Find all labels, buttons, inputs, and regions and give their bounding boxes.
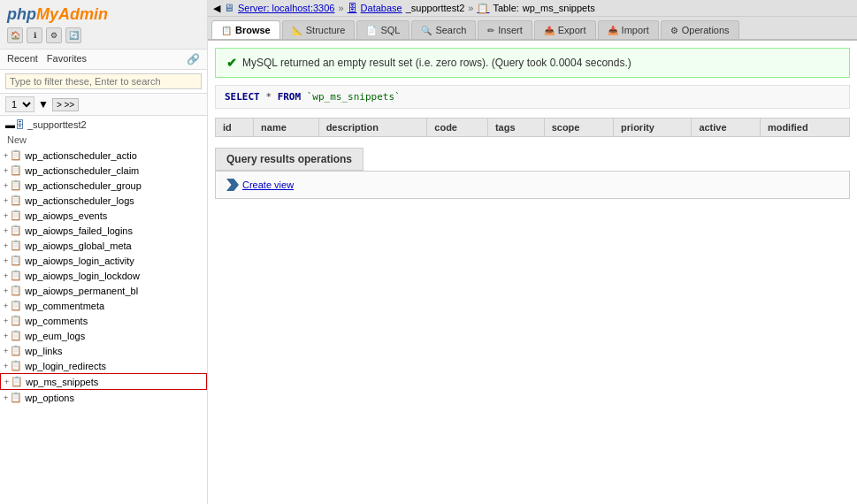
table-item-13[interactable]: + 📋 wp_links bbox=[0, 343, 207, 358]
query-results-operations: Query results operations Create view bbox=[215, 148, 850, 199]
server-link[interactable]: Server: localhost:3306 bbox=[238, 3, 334, 13]
tab-browse-label: Browse bbox=[235, 25, 271, 35]
table-item-9[interactable]: + 📋 wp_aiowps_permanent_bl bbox=[0, 283, 207, 298]
content-area: ◀ 🖥 Server: localhost:3306 » 🗄 Database … bbox=[208, 0, 857, 504]
sidebar-header: phpMyAdmin 🏠 ℹ ⚙ 🔄 bbox=[0, 0, 207, 50]
refresh-icon[interactable]: 🔄 bbox=[65, 27, 81, 43]
col-scope[interactable]: scope bbox=[544, 118, 613, 137]
tab-import[interactable]: 📥 Import bbox=[598, 20, 659, 39]
table-header-row: id name description code tags scope prio… bbox=[216, 118, 850, 137]
table-item-7[interactable]: + 📋 wp_aiowps_login_activity bbox=[0, 253, 207, 268]
tab-search[interactable]: 🔍 Search bbox=[411, 20, 476, 39]
table-item-6[interactable]: + 📋 wp_aiowps_global_meta bbox=[0, 238, 207, 253]
chain-icon: 🔗 bbox=[187, 53, 200, 65]
breadcrumb-bar: ◀ 🖥 Server: localhost:3306 » 🗄 Database … bbox=[208, 0, 857, 17]
import-tab-icon: 📥 bbox=[608, 26, 618, 35]
table-item-11[interactable]: + 📋 wp_comments bbox=[0, 313, 207, 328]
insert-tab-icon: ✏ bbox=[487, 26, 494, 35]
db-name-bc: _supporttest2 bbox=[406, 3, 465, 13]
sql-select-keyword: SELECT bbox=[225, 91, 260, 103]
phpmyadmin-logo: phpMyAdmin bbox=[7, 5, 108, 24]
database-link[interactable]: Database bbox=[361, 3, 402, 13]
page-nav-next[interactable]: > >> bbox=[52, 98, 79, 111]
content-body: ✔ MySQL returned an empty result set (i.… bbox=[208, 41, 857, 504]
page-select[interactable]: 1 bbox=[5, 96, 34, 112]
col-name[interactable]: name bbox=[254, 118, 319, 137]
success-icon: ✔ bbox=[226, 56, 237, 70]
tab-structure[interactable]: 📐 Structure bbox=[282, 20, 356, 39]
col-tags[interactable]: tags bbox=[487, 118, 544, 137]
favorites-link[interactable]: Favorites bbox=[47, 53, 87, 65]
create-view-label: Create view bbox=[242, 179, 294, 190]
query-ops-header: Query results operations bbox=[215, 148, 363, 171]
server-icon: 🖥 bbox=[224, 2, 234, 14]
create-view-link[interactable]: Create view bbox=[226, 179, 838, 191]
sidebar-icons: 🏠 ℹ ⚙ 🔄 bbox=[7, 27, 108, 43]
export-tab-icon: 📤 bbox=[544, 26, 555, 35]
filter-input[interactable] bbox=[5, 73, 202, 89]
db-expand-icon: ▬ bbox=[5, 119, 15, 130]
tab-bar: 📋 Browse 📐 Structure 📄 SQL 🔍 Search ✏ bbox=[208, 17, 857, 41]
table-item-12[interactable]: + 📋 wp_eum_logs bbox=[0, 328, 207, 343]
db-list: ▬ 🗄 _supporttest2 New + 📋 wp_actionsched… bbox=[0, 116, 207, 504]
tab-browse[interactable]: 📋 Browse bbox=[211, 20, 280, 39]
table-item-16[interactable]: + 📋 wp_options bbox=[0, 390, 207, 405]
table-item-1[interactable]: + 📋 wp_actionscheduler_claim bbox=[0, 163, 207, 178]
col-code[interactable]: code bbox=[427, 118, 488, 137]
table-icon: 📋 bbox=[477, 3, 489, 14]
bc-sep-2: » bbox=[468, 3, 473, 13]
database-icon: 🗄 bbox=[348, 3, 357, 13]
table-item-5[interactable]: + 📋 wp_aiowps_failed_logins bbox=[0, 223, 207, 238]
col-active[interactable]: active bbox=[692, 118, 761, 137]
sql-table-name: `wp_ms_snippets` bbox=[307, 91, 401, 103]
table-label-bc: Table: bbox=[493, 3, 518, 13]
tab-operations-label: Operations bbox=[682, 25, 730, 35]
query-ops-body: Create view bbox=[215, 171, 850, 199]
bc-sep-1: » bbox=[338, 3, 343, 13]
recent-link[interactable]: Recent bbox=[7, 53, 38, 65]
col-id[interactable]: id bbox=[216, 118, 254, 137]
tab-operations[interactable]: ⚙ Operations bbox=[661, 20, 739, 39]
tab-search-label: Search bbox=[435, 25, 466, 35]
search-tab-icon: 🔍 bbox=[421, 26, 432, 35]
operations-tab-icon: ⚙ bbox=[670, 26, 678, 35]
col-description[interactable]: description bbox=[318, 118, 427, 137]
table-item-4[interactable]: + 📋 wp_aiowps_events bbox=[0, 208, 207, 223]
home-icon[interactable]: 🏠 bbox=[7, 27, 23, 43]
tab-export-label: Export bbox=[558, 25, 586, 35]
table-name-bc: wp_ms_snippets bbox=[523, 3, 595, 13]
tab-sql-label: SQL bbox=[380, 25, 400, 35]
table-item-0[interactable]: + 📋 wp_actionscheduler_actio bbox=[0, 148, 207, 163]
table-item-14[interactable]: + 📋 wp_login_redirects bbox=[0, 358, 207, 373]
sql-tab-icon: 📄 bbox=[366, 26, 377, 35]
logo-php: php bbox=[7, 5, 36, 23]
table-item-3[interactable]: + 📋 wp_actionscheduler_logs bbox=[0, 193, 207, 208]
structure-tab-icon: 📐 bbox=[292, 26, 302, 35]
tab-insert[interactable]: ✏ Insert bbox=[478, 20, 532, 39]
table-item-10[interactable]: + 📋 wp_commentmeta bbox=[0, 298, 207, 313]
settings-icon[interactable]: ⚙ bbox=[46, 27, 62, 43]
tab-structure-label: Structure bbox=[306, 25, 346, 35]
tab-sql[interactable]: 📄 SQL bbox=[356, 20, 409, 39]
results-table: id name description code tags scope prio… bbox=[215, 118, 850, 137]
sql-display: SELECT * FROM `wp_ms_snippets` bbox=[215, 85, 850, 109]
info-icon[interactable]: ℹ bbox=[27, 27, 42, 43]
tab-export[interactable]: 📤 Export bbox=[534, 20, 596, 39]
tab-insert-label: Insert bbox=[498, 25, 523, 35]
table-item-8[interactable]: + 📋 wp_aiowps_login_lockdow bbox=[0, 268, 207, 283]
app-container: phpMyAdmin 🏠 ℹ ⚙ 🔄 Recent Favorites 🔗 bbox=[0, 0, 857, 504]
col-priority[interactable]: priority bbox=[614, 118, 692, 137]
filter-box bbox=[0, 70, 207, 94]
success-text: MySQL returned an empty result set (i.e.… bbox=[242, 57, 631, 69]
db-section-supporttest2[interactable]: ▬ 🗄 _supporttest2 bbox=[0, 118, 207, 132]
sql-star: * bbox=[265, 91, 277, 103]
db-folder-icon: 🗄 bbox=[15, 119, 25, 130]
browse-tab-icon: 📋 bbox=[221, 26, 232, 35]
db-name-label: _supporttest2 bbox=[27, 119, 87, 130]
tab-import-label: Import bbox=[622, 25, 649, 35]
table-item-2[interactable]: + 📋 wp_actionscheduler_group bbox=[0, 178, 207, 193]
col-modified[interactable]: modified bbox=[760, 118, 849, 137]
new-item[interactable]: New bbox=[0, 132, 207, 148]
nav-back-icon[interactable]: ◀ bbox=[213, 3, 220, 14]
table-item-wp-ms-snippets[interactable]: + 📋 wp_ms_snippets bbox=[0, 373, 207, 390]
